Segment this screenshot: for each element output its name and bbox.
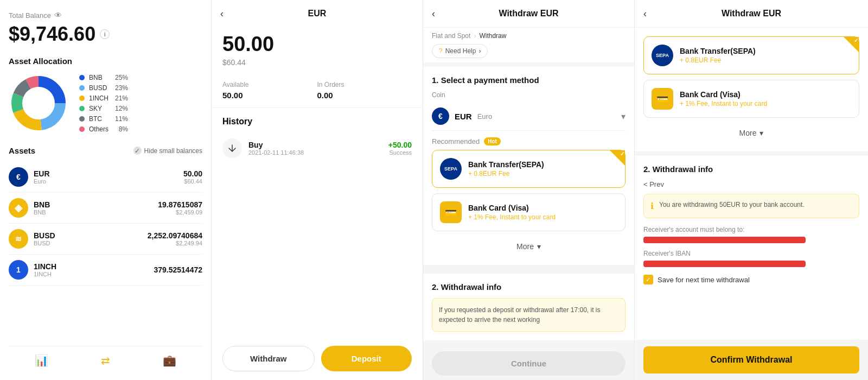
prev-link[interactable]: < Prev xyxy=(643,180,859,188)
sepa-name-4: Bank Transfer(SEPA) xyxy=(680,47,851,55)
panel-eur-detail: ‹ EUR 50.00 $60.44 Available 50.00 In Or… xyxy=(212,0,423,380)
step1-title: 1. Select a payment method xyxy=(432,75,626,85)
markets-icon: 📊 xyxy=(35,354,48,367)
asset-list: € EUR Euro 50.00 $60.44 ◈ BNB BNB 19.876… xyxy=(9,162,202,286)
coin-icon: € xyxy=(432,107,449,125)
inorders-balance: In Orders 0.00 xyxy=(317,81,412,100)
eur-amount: 50.00 xyxy=(212,27,423,58)
more-button-4[interactable]: More ▾ xyxy=(643,123,859,143)
legend-busd: BUSD 23% xyxy=(79,84,128,92)
continue-button[interactable]: Continue xyxy=(432,351,626,376)
withdrawal-info-box: If you requested a deposit or withdrawal… xyxy=(432,298,626,332)
withdrawal-info-section: 2. Withdrawal info If you requested a de… xyxy=(423,274,634,340)
payment-visa[interactable]: 💳 Bank Card (Visa) + 1% Fee, Instant to … xyxy=(432,193,626,231)
eye-icon[interactable]: 👁 xyxy=(54,11,62,20)
total-balance-amount: $9,746.60 xyxy=(9,23,95,46)
legend-1inch: 1INCH 21% xyxy=(79,94,128,102)
legend-btc: BTC 11% xyxy=(79,115,128,123)
history-item-buy: Buy 2021-02-11 11:46:38 +50.00 Success xyxy=(212,132,423,164)
panel-withdraw-confirmation: ‹ Withdraw EUR ✓ SEPA Bank Transfer(SEPA… xyxy=(635,0,868,380)
history-status: Success xyxy=(388,149,412,156)
sepa-icon-4: SEPA xyxy=(652,45,673,66)
asset-1inch[interactable]: 1 1INCH 1INCH 379.52514472 xyxy=(9,255,202,286)
panel-withdraw-eur: ‹ Withdraw EUR Fiat and Spot › Withdraw … xyxy=(423,0,635,380)
step2-title: 2. Withdrawal info xyxy=(432,282,626,292)
action-buttons: Withdraw Deposit xyxy=(212,337,423,380)
eur-panel-header: ‹ EUR xyxy=(212,0,423,27)
recommended-label: Recommended Hot xyxy=(432,137,626,145)
asset-eur[interactable]: € EUR Euro 50.00 $60.44 xyxy=(9,162,202,193)
back-button-3[interactable]: ‹ xyxy=(432,8,435,20)
receiver-field[interactable] xyxy=(643,237,806,243)
coin-selector[interactable]: € EUR Euro ▾ xyxy=(432,102,626,131)
wallet-icon: 💼 xyxy=(163,354,176,367)
asset-allocation-title: Asset Allocation xyxy=(9,56,202,66)
breadcrumb-fiat[interactable]: Fiat and Spot xyxy=(432,32,470,40)
breadcrumb: Fiat and Spot › Withdraw xyxy=(423,28,634,44)
hot-badge: Hot xyxy=(484,137,501,145)
eur-usd: $60.44 xyxy=(212,58,423,75)
coin-code: EUR xyxy=(455,112,472,121)
withdraw-panel-header: ‹ Withdraw EUR xyxy=(423,0,634,28)
asset-bnb[interactable]: ◈ BNB BNB 19.87615087 $2,459.09 xyxy=(9,193,202,224)
chevron-down-icon: ▾ xyxy=(621,111,626,122)
asset-allocation-chart: BNB 25% BUSD 23% 1INCH 21% SKY 12% BTC xyxy=(9,73,202,133)
back-button[interactable]: ‹ xyxy=(220,8,224,20)
coin-label: Coin xyxy=(432,91,626,99)
receiver-label: Receiver's account must belong to: xyxy=(643,226,859,233)
breadcrumb-separator: › xyxy=(474,32,476,40)
withdrawal-notice: ℹ You are withdrawing 50EUR to your bank… xyxy=(643,194,859,218)
sepa-name: Bank Transfer(SEPA) xyxy=(468,160,617,169)
nav-wallet[interactable]: 💼 xyxy=(163,354,176,367)
save-checkbox[interactable]: ✓ xyxy=(643,275,653,284)
payment-sepa-4[interactable]: ✓ SEPA Bank Transfer(SEPA) + 0.8EUR Fee xyxy=(643,36,859,74)
coin-fullname: Euro xyxy=(477,112,492,121)
hide-small-balances[interactable]: ✓ Hide small balances xyxy=(133,147,202,155)
donut-chart xyxy=(9,73,68,133)
confirmation-panel-header: ‹ Withdraw EUR xyxy=(635,0,868,28)
legend-bnb: BNB 25% xyxy=(79,74,128,81)
history-title: History xyxy=(212,108,423,132)
available-label: Available xyxy=(222,81,317,88)
nav-markets[interactable]: 📊 xyxy=(35,354,48,367)
history-buy-icon xyxy=(222,138,242,158)
assets-title: Assets xyxy=(9,146,35,155)
back-button-4[interactable]: ‹ xyxy=(643,8,647,20)
selected-checkmark: ✓ xyxy=(620,151,624,157)
save-label: Save for next time withdrawal xyxy=(658,276,750,284)
trade-icon: ⇄ xyxy=(101,354,110,367)
need-help-button[interactable]: ? Need Help › xyxy=(432,44,488,58)
inorders-value: 0.00 xyxy=(317,91,412,100)
payment-method-section-4: ✓ SEPA Bank Transfer(SEPA) + 0.8EUR Fee … xyxy=(635,28,868,151)
info-icon[interactable]: i xyxy=(100,29,110,39)
payment-sepa[interactable]: ✓ SEPA Bank Transfer(SEPA) + 0.8EUR Fee xyxy=(432,150,626,188)
legend-others: Others 8% xyxy=(79,125,128,133)
visa-fee-4: + 1% Fee, Instant to your card xyxy=(680,100,851,107)
history-type: Buy xyxy=(248,141,388,149)
sepa-icon: SEPA xyxy=(440,158,462,180)
deposit-button[interactable]: Deposit xyxy=(321,346,412,371)
panel-wallet-overview: Total Balance 👁 $9,746.60 i Asset Alloca… xyxy=(0,0,212,380)
bottom-nav: 📊 ⇄ 💼 xyxy=(9,346,202,369)
iban-field[interactable] xyxy=(643,261,806,267)
more-button[interactable]: More ▾ xyxy=(432,237,626,256)
bnb-icon: ◈ xyxy=(9,198,28,218)
visa-icon: 💳 xyxy=(440,201,462,223)
history-date: 2021-02-11 11:46:38 xyxy=(248,149,388,156)
history-amount-value: +50.00 xyxy=(388,141,412,149)
sepa-fee: + 0.8EUR Fee xyxy=(468,170,617,178)
chevron-down-icon-more: ▾ xyxy=(537,242,541,251)
visa-icon-4: 💳 xyxy=(652,88,673,110)
visa-fee: + 1% Fee, Instant to your card xyxy=(468,213,617,221)
inorders-label: In Orders xyxy=(317,81,412,88)
payment-visa-4[interactable]: 💳 Bank Card (Visa) + 1% Fee, Instant to … xyxy=(643,80,859,118)
asset-busd[interactable]: ≋ BUSD BUSD 2,252.09740684 $2,249.94 xyxy=(9,224,202,255)
withdraw-button[interactable]: Withdraw xyxy=(222,346,315,371)
svg-point-6 xyxy=(23,88,54,118)
save-row: ✓ Save for next time withdrawal xyxy=(643,269,859,290)
selected-checkmark-4: ✓ xyxy=(854,37,858,43)
nav-trade[interactable]: ⇄ xyxy=(101,354,110,367)
info-icon-notice: ℹ xyxy=(650,201,654,211)
legend-sky: SKY 12% xyxy=(79,105,128,112)
confirm-withdrawal-button[interactable]: Confirm Withdrawal xyxy=(643,346,859,373)
